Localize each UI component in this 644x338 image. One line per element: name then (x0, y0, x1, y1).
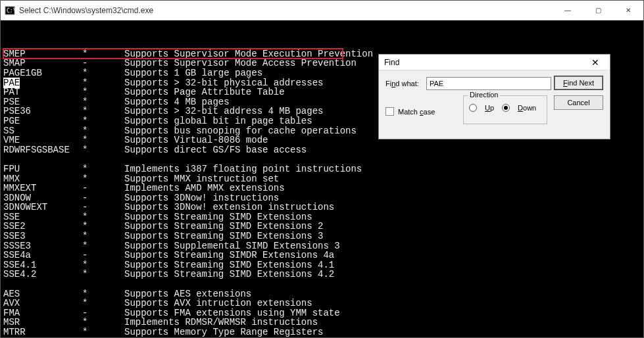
checkbox-icon (385, 107, 394, 116)
direction-legend: Direction (468, 91, 500, 99)
maximize-button[interactable]: ▢ (583, 1, 613, 20)
direction-up-radio[interactable] (469, 104, 477, 112)
cancel-button[interactable]: Cancel (554, 95, 603, 110)
console-row (3, 155, 641, 164)
console-row: MTRR*Supports Memory Type Range Register… (3, 327, 641, 337)
minimize-button[interactable]: — (553, 1, 583, 20)
down-label: Down (518, 104, 536, 112)
console-row: RDWRFSGSBASE*Supports direct GS/FS base … (3, 145, 641, 155)
titlebar[interactable]: C:\ Select C:\Windows\system32\cmd.exe —… (1, 1, 643, 20)
direction-group: Direction Up Down (463, 95, 547, 124)
find-close-button[interactable]: ✕ (586, 55, 605, 70)
close-button[interactable]: ✕ (613, 1, 643, 20)
console-row: SSE4.2*Supports Streaming SIMD Extension… (3, 270, 641, 279)
console-row: AES*Supports AES extensions (3, 289, 641, 299)
window-title: Select C:\Windows\system32\cmd.exe (19, 6, 553, 15)
console-row: FPU*Implements i387 floating point instr… (3, 164, 641, 174)
console-row: SSE4.1*Supports Streaming SIMD Extension… (3, 260, 641, 270)
match-case-label: Match case (398, 108, 435, 116)
find-next-button[interactable]: Find Next (554, 76, 603, 90)
console-row: FMA-Supports FMA extensions using YMM st… (3, 308, 641, 318)
cmd-window: C:\ Select C:\Windows\system32\cmd.exe —… (0, 0, 644, 338)
console-row: SSE4a-Supports Streaming SIMDR Extension… (3, 251, 641, 260)
console-row: MMX*Supports MMX instruction set (3, 174, 641, 184)
find-titlebar[interactable]: Find ✕ (379, 55, 610, 70)
svg-text:C:\: C:\ (7, 8, 15, 14)
console-row: SSE3*Supports Streaming SIMD Extensions … (3, 231, 641, 241)
match-case-checkbox[interactable]: Match case (385, 107, 435, 116)
console-row: 3DNOW-Supports 3DNow! instructions (3, 193, 641, 203)
up-label: Up (485, 104, 494, 112)
console-row: SSE2*Supports Streaming SIMD Extensions … (3, 222, 641, 231)
console-row (3, 279, 641, 289)
console-row: SSE*Supports Streaming SIMD Extensions (3, 212, 641, 222)
find-body: Find what: Find Next Cancel Match case D… (379, 70, 610, 139)
console-row: 3DNOWEXT-Supports 3DNow! extension instr… (3, 203, 641, 212)
find-dialog: Find ✕ Find what: Find Next Cancel Match… (378, 54, 610, 139)
console-row: SSSE3*Supports Supplemental SIMD Extensi… (3, 241, 641, 251)
window-controls: — ▢ ✕ (553, 1, 643, 20)
find-what-input[interactable] (426, 77, 551, 90)
direction-down-radio[interactable] (502, 104, 510, 112)
console-row: MSR*Implements RDMSR/WRMSR instructions (3, 318, 641, 327)
cmd-icon: C:\ (5, 5, 15, 16)
find-what-label: Find what: (385, 80, 426, 87)
console-row: AVX*Supports AVX intruction extensions (3, 299, 641, 308)
console-row: MMXEXT-Implements AMD MMX extensions (3, 183, 641, 193)
find-title: Find (384, 58, 586, 67)
